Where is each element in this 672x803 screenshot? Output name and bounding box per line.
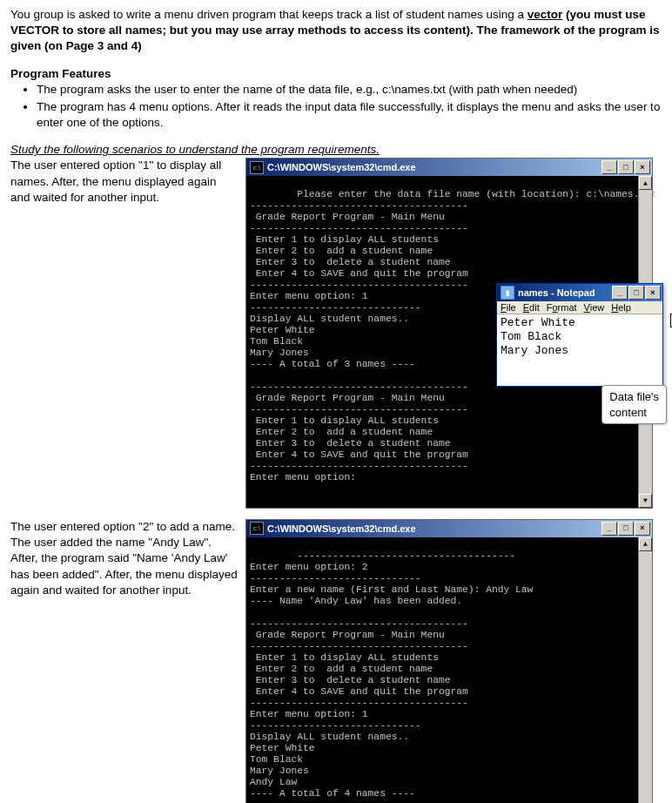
scenario-1-description: The user entered option "1" to display a… <box>10 158 245 206</box>
maximize-button[interactable]: □ <box>618 522 634 536</box>
intro-vector: vector <box>528 8 563 21</box>
intro-paragraph: You group is asked to write a menu drive… <box>10 7 662 55</box>
scenario-1-screens: c:\ C:\WINDOWS\system32\cmd.exe _ □ × Pl… <box>245 158 662 509</box>
feature-list: The program asks the user to enter the n… <box>37 82 662 132</box>
features-header: Program Features <box>10 67 662 80</box>
scenario-2-screens: c:\ C:\WINDOWS\system32\cmd.exe _ □ × --… <box>245 519 662 803</box>
notepad-titlebar: ▮ names - Notepad _ □ × <box>497 284 662 301</box>
notepad-title-text: names - Notepad <box>518 287 612 298</box>
cmd-window-2: c:\ C:\WINDOWS\system32\cmd.exe _ □ × --… <box>245 519 653 803</box>
menu-format[interactable]: Format <box>547 302 577 313</box>
maximize-button[interactable]: □ <box>628 286 644 300</box>
cmd-title: C:\WINDOWS\system32\cmd.exe <box>267 162 601 173</box>
notepad-menubar: File Edit Format View Help Minimize <box>497 301 662 314</box>
scenario-2-description: The user entered option "2" to add a nam… <box>10 519 245 598</box>
notepad-body[interactable]: Peter White Tom Black Mary Jones <box>497 314 662 386</box>
feature-item: The program asks the user to enter the n… <box>37 82 662 98</box>
scenario-2-row: The user entered option "2" to add a nam… <box>10 519 662 803</box>
callout-line1: Data file's <box>609 390 659 403</box>
maximize-button[interactable]: □ <box>618 160 634 174</box>
callout-datafile: Data file's content <box>601 385 667 424</box>
cmd-icon: c:\ <box>250 522 264 535</box>
menu-edit[interactable]: Edit <box>523 302 540 313</box>
feature-item: The program has 4 menu options. After it… <box>37 99 662 131</box>
cmd-title-path: C:\WINDOWS\system32\ <box>267 162 378 172</box>
scroll-down-icon[interactable]: ▼ <box>639 494 652 508</box>
callout-line2: content <box>609 406 647 419</box>
scroll-up-icon[interactable]: ▲ <box>639 537 652 551</box>
scenario-1-row: The user entered option "1" to display a… <box>10 158 662 509</box>
cmd-title-path: C:\WINDOWS\system32\ <box>267 523 378 534</box>
study-line: Study the following scenarios to underst… <box>10 143 662 156</box>
cmd-output-2: ------------------------------------- En… <box>250 550 533 803</box>
cmd-titlebar: c:\ C:\WINDOWS\system32\cmd.exe _ □ × <box>246 159 652 176</box>
menu-file[interactable]: File <box>501 302 516 313</box>
scroll-up-icon[interactable]: ▲ <box>639 176 652 190</box>
notepad-window: ▮ names - Notepad _ □ × File Edit Format… <box>496 283 663 387</box>
close-button[interactable]: × <box>635 522 650 536</box>
minimize-button[interactable]: _ <box>601 160 617 174</box>
cmd-titlebar: c:\ C:\WINDOWS\system32\cmd.exe _ □ × <box>246 520 652 537</box>
close-button[interactable]: × <box>645 286 661 300</box>
cmd-body-2: ------------------------------------- En… <box>246 537 652 803</box>
cmd-icon: c:\ <box>250 161 264 174</box>
cmd-title-exe: cmd.exe <box>378 162 416 172</box>
close-button[interactable]: × <box>635 160 650 174</box>
menu-view[interactable]: View <box>584 302 605 313</box>
scrollbar[interactable]: ▲ ▼ <box>638 537 652 803</box>
cmd-title: C:\WINDOWS\system32\cmd.exe <box>267 523 601 535</box>
intro-text-a: You group is asked to write a menu drive… <box>10 8 528 21</box>
menu-help[interactable]: Help <box>611 302 631 313</box>
cmd-title-exe: cmd.exe <box>378 523 416 534</box>
notepad-icon: ▮ <box>501 286 514 300</box>
minimize-button[interactable]: _ <box>612 286 628 300</box>
minimize-button[interactable]: _ <box>601 522 617 536</box>
